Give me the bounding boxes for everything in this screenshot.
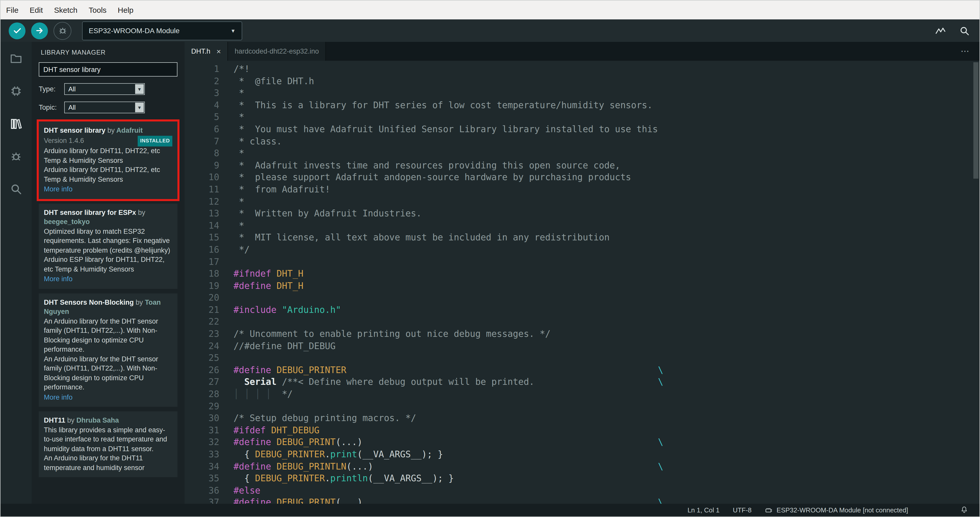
more-info-link[interactable]: More info bbox=[44, 393, 172, 402]
menu-edit[interactable]: Edit bbox=[24, 6, 48, 14]
toolbar-buttons bbox=[9, 22, 77, 40]
library-item-meta: Version 1.4.6INSTALLED bbox=[44, 136, 172, 147]
menu-tools[interactable]: Tools bbox=[83, 6, 112, 14]
menu-file[interactable]: File bbox=[0, 6, 24, 14]
line-number: 37 bbox=[185, 497, 219, 504]
code-line[interactable]: 34#define DEBUG_PRINTLN(...) \ bbox=[185, 461, 980, 472]
serial-plotter-button[interactable] bbox=[935, 25, 947, 37]
code-line[interactable]: 16 */ bbox=[185, 244, 980, 256]
code-line[interactable]: 26#define DEBUG_PRINTER \ bbox=[185, 364, 980, 377]
code-line[interactable]: 23/* Uncomment to enable printing out ni… bbox=[185, 328, 980, 340]
code-line[interactable]: 37#define DEBUG_PRINT(...) \ bbox=[185, 497, 980, 504]
library-item[interactable]: DHT sensor library by AdafruitVersion 1.… bbox=[39, 121, 177, 199]
code-text: #define DEBUG_PRINT(...) \ bbox=[234, 497, 663, 504]
code-line[interactable]: 2 * @file DHT.h bbox=[185, 75, 980, 87]
code-text: * class. bbox=[234, 136, 282, 147]
code-line[interactable]: 30/* Setup debug printing macros. */ bbox=[185, 412, 980, 424]
menu-help[interactable]: Help bbox=[112, 6, 139, 14]
code-line[interactable]: 33 { DEBUG_PRINTER.print(__VA_ARGS__); } bbox=[185, 448, 980, 461]
verify-button[interactable] bbox=[9, 22, 25, 39]
line-number: 29 bbox=[185, 401, 219, 412]
code-text: * @file DHT.h bbox=[234, 75, 314, 87]
line-number: 32 bbox=[185, 437, 219, 448]
code-line[interactable]: 8 * bbox=[185, 147, 980, 160]
code-editor[interactable]: 1/*!2 * @file DHT.h3 *4 * This is a libr… bbox=[185, 61, 980, 504]
code-line[interactable]: 3 * bbox=[185, 87, 980, 99]
code-line[interactable]: 21#include "Arduino.h" bbox=[185, 304, 980, 316]
encoding-indicator[interactable]: UTF-8 bbox=[733, 506, 752, 514]
code-line[interactable]: 15 * MIT license, all text above must be… bbox=[185, 232, 980, 244]
plotter-icon bbox=[935, 25, 947, 37]
code-line[interactable]: 17 bbox=[185, 256, 980, 268]
more-info-link[interactable]: More info bbox=[44, 185, 172, 194]
code-line[interactable]: 10 * please support Adafruit andopen-sou… bbox=[185, 172, 980, 184]
library-manager-panel: LIBRARY MANAGER Type: All ▼ Topic: All ▼… bbox=[32, 42, 185, 504]
line-number: 9 bbox=[185, 160, 219, 172]
search-input[interactable] bbox=[39, 62, 177, 77]
type-filter-value: All bbox=[68, 85, 76, 93]
tab-dht-h[interactable]: DHT.h × bbox=[185, 42, 228, 61]
editor-scrollbar[interactable] bbox=[974, 62, 978, 179]
menu-bar: FileEditSketchToolsHelp bbox=[0, 0, 980, 19]
tab-hardcoded-dht22-esp32-ino[interactable]: hardcoded-dht22-esp32.ino bbox=[228, 42, 326, 61]
code-line[interactable]: 25 bbox=[185, 353, 980, 364]
code-line[interactable]: 11 * from Adafruit! bbox=[185, 184, 980, 196]
library-item[interactable]: DHT Sensors Non-Blocking by Toan NguyenA… bbox=[39, 293, 177, 407]
code-line[interactable]: 35 { DEBUG_PRINTER.println(__VA_ARGS__);… bbox=[185, 472, 980, 485]
type-filter-select[interactable]: All ▼ bbox=[64, 83, 145, 95]
line-number: 35 bbox=[185, 472, 219, 485]
more-actions-icon[interactable]: ⋯ bbox=[961, 46, 980, 57]
board-connection-status[interactable]: ESP32-WROOM-DA Module [not connected] bbox=[765, 506, 908, 514]
start-debugging-button[interactable] bbox=[54, 22, 72, 40]
code-line[interactable]: 36#else bbox=[185, 485, 980, 497]
board-selector[interactable]: ESP32-WROOM-DA Module ▼ bbox=[82, 21, 242, 40]
more-info-link[interactable]: More info bbox=[44, 274, 172, 284]
code-line[interactable]: 31#ifdef DHT_DEBUG bbox=[185, 424, 980, 437]
activity-search[interactable] bbox=[0, 172, 32, 205]
code-line[interactable]: 9 * Adafruit invests time and resources … bbox=[185, 160, 980, 172]
code-line[interactable]: 19#define DHT_H bbox=[185, 280, 980, 292]
line-number: 5 bbox=[185, 112, 219, 123]
code-line[interactable]: 12 * bbox=[185, 196, 980, 208]
code-line[interactable]: 1/*! bbox=[185, 63, 980, 75]
activity-debugger[interactable] bbox=[0, 140, 32, 172]
activity-library-manager[interactable] bbox=[0, 107, 32, 140]
line-number: 24 bbox=[185, 340, 219, 352]
code-line[interactable]: 27 Serial /**< Define where debug output… bbox=[185, 377, 980, 388]
code-text: #define DEBUG_PRINTER \ bbox=[234, 364, 663, 377]
serial-monitor-button[interactable] bbox=[959, 25, 970, 37]
code-line[interactable]: 20 bbox=[185, 292, 980, 304]
notifications-bell-button[interactable] bbox=[960, 505, 968, 515]
panel-title: LIBRARY MANAGER bbox=[41, 49, 177, 56]
topic-filter-select[interactable]: All ▼ bbox=[64, 102, 145, 113]
bell-icon bbox=[960, 505, 968, 514]
code-lines: 1/*!2 * @file DHT.h3 *4 * This is a libr… bbox=[185, 63, 980, 504]
library-item[interactable]: DHT11 by Dhruba SahaThis library provide… bbox=[39, 412, 177, 477]
books-icon bbox=[9, 116, 23, 131]
library-name: DHT11 bbox=[44, 416, 65, 424]
menu-sketch[interactable]: Sketch bbox=[48, 6, 83, 14]
code-line[interactable]: 7 * class. bbox=[185, 136, 980, 147]
code-line[interactable]: 4 * This is a library for DHT series of … bbox=[185, 99, 980, 112]
activity-boards-manager[interactable] bbox=[0, 75, 32, 107]
code-line[interactable]: 14 * bbox=[185, 220, 980, 232]
code-line[interactable]: 5 * bbox=[185, 112, 980, 123]
library-name: DHT Sensors Non-Blocking bbox=[44, 298, 134, 306]
library-author: Dhruba Saha bbox=[76, 416, 119, 424]
code-line[interactable]: 29 bbox=[185, 401, 980, 412]
close-icon[interactable]: × bbox=[216, 47, 221, 56]
upload-button[interactable] bbox=[31, 22, 48, 39]
library-name: DHT sensor library for ESPx bbox=[44, 209, 136, 216]
code-line[interactable]: 24//#define DHT_DEBUG bbox=[185, 340, 980, 352]
code-line[interactable]: 28│ │ │ │ */ bbox=[185, 388, 980, 401]
code-line[interactable]: 32#define DEBUG_PRINT(...) \ bbox=[185, 437, 980, 448]
code-line[interactable]: 13 * Written by Adafruit Industries. bbox=[185, 208, 980, 220]
activity-sketchbook[interactable] bbox=[0, 42, 32, 75]
library-item[interactable]: DHT sensor library for ESPx by beegee_to… bbox=[39, 203, 177, 289]
code-line[interactable]: 6 * You must have Adafruit Unified Senso… bbox=[185, 123, 980, 136]
cursor-position[interactable]: Ln 1, Col 1 bbox=[687, 506, 720, 514]
library-author: Adafruit bbox=[116, 126, 143, 134]
code-line[interactable]: 18#ifndef DHT_H bbox=[185, 268, 980, 280]
chip-icon bbox=[9, 84, 23, 98]
code-line[interactable]: 22 bbox=[185, 316, 980, 328]
